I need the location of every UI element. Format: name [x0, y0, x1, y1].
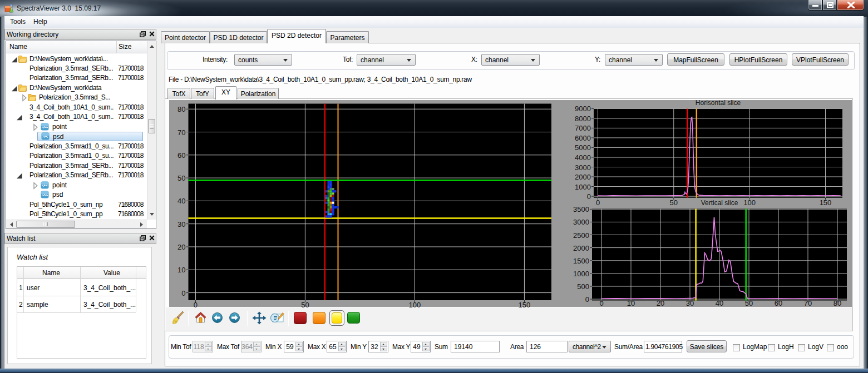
svg-text:1000: 1000 — [575, 183, 591, 191]
svg-text:80: 80 — [834, 299, 841, 307]
svg-text:50: 50 — [745, 299, 753, 307]
svg-text:40: 40 — [177, 197, 185, 205]
svg-text:10: 10 — [627, 299, 635, 307]
svg-text:Horisontal slice: Horisontal slice — [696, 99, 741, 107]
svg-text:80: 80 — [177, 105, 185, 113]
svg-text:3000: 3000 — [575, 163, 591, 172]
svg-text:30: 30 — [177, 220, 185, 228]
svg-text:2000: 2000 — [573, 244, 589, 252]
svg-text:70: 70 — [177, 128, 185, 137]
svg-text:7000: 7000 — [575, 124, 591, 132]
svg-text:30: 30 — [686, 299, 694, 307]
svg-text:2000: 2000 — [575, 173, 591, 181]
svg-text:10: 10 — [177, 266, 185, 274]
svg-text:3000: 3000 — [573, 218, 589, 226]
svg-text:0: 0 — [585, 295, 589, 304]
svg-text:9000: 9000 — [575, 105, 591, 113]
svg-text:500: 500 — [577, 282, 589, 291]
svg-text:Vertical slice: Vertical slice — [701, 199, 738, 207]
svg-text:4000: 4000 — [575, 153, 591, 162]
svg-text:150: 150 — [820, 198, 832, 207]
svg-text:60: 60 — [775, 299, 782, 307]
svg-text:0: 0 — [181, 289, 185, 297]
svg-text:50: 50 — [177, 174, 185, 182]
svg-text:0: 0 — [587, 192, 591, 201]
svg-text:6000: 6000 — [575, 134, 591, 142]
svg-text:20: 20 — [177, 243, 185, 251]
svg-text:60: 60 — [177, 151, 185, 160]
svg-text:70: 70 — [804, 299, 812, 307]
svg-text:0: 0 — [596, 198, 600, 207]
svg-text:20: 20 — [657, 299, 664, 307]
svg-text:2500: 2500 — [573, 231, 589, 240]
svg-text:5000: 5000 — [575, 143, 591, 152]
svg-text:100: 100 — [743, 198, 756, 207]
svg-text:1500: 1500 — [573, 257, 589, 265]
svg-text:3500: 3500 — [573, 205, 589, 213]
svg-text:8000: 8000 — [575, 115, 591, 123]
svg-text:40: 40 — [716, 299, 723, 307]
svg-text:0: 0 — [599, 299, 603, 307]
svg-text:50: 50 — [670, 198, 678, 207]
svg-text:1000: 1000 — [573, 270, 589, 278]
